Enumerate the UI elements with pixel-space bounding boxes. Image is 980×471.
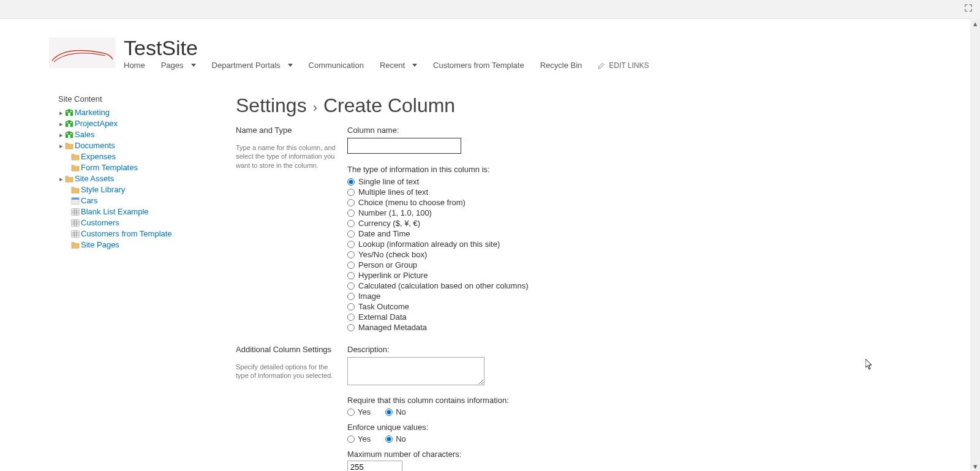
sidebar-item-label[interactable]: Cars (81, 195, 97, 206)
column-type-option[interactable]: Single line of text (347, 176, 727, 187)
nav-item-customers-from-template[interactable]: Customers from Template (433, 61, 524, 70)
sidebar-item-label[interactable]: Marketing (75, 107, 110, 118)
require-no[interactable]: No (385, 407, 406, 416)
column-type-option[interactable]: Person or Group (347, 260, 727, 270)
sidebar-item-style-library[interactable]: Style Library (58, 184, 236, 195)
column-type-option[interactable]: Hyperlink or Picture (347, 270, 727, 281)
sidebar-item-label[interactable]: Site Assets (75, 173, 114, 184)
column-type-option[interactable]: External Data (347, 312, 727, 322)
sidebar-item-customers-from-template[interactable]: Customers from Template (58, 228, 236, 239)
expand-icon[interactable]: ▸ (58, 107, 64, 118)
section-help: Specify detailed options for the type of… (236, 363, 341, 380)
sidebar-item-label[interactable]: Customers (81, 217, 119, 228)
subsite-icon (65, 108, 74, 117)
sidebar-item-site-pages[interactable]: Site Pages (58, 239, 236, 251)
column-type-option[interactable]: Task Outcome (347, 301, 727, 312)
sidebar-item-sales[interactable]: ▸Sales (58, 129, 236, 140)
breadcrumb-root[interactable]: Settings (236, 94, 307, 117)
sidebar-item-label[interactable]: Form Templates (81, 162, 138, 173)
site-logo[interactable] (49, 37, 115, 68)
chevron-right-icon: › (313, 100, 317, 116)
column-type-option[interactable]: Multiple lines of text (347, 187, 727, 197)
vertical-scrollbar[interactable]: ▴ ▾ (970, 18, 980, 471)
column-type-option[interactable]: Currency ($, ¥, €) (347, 218, 727, 228)
require-yes[interactable]: Yes (347, 407, 371, 416)
section-title: Name and Type (236, 126, 341, 135)
column-type-option[interactable]: Lookup (information already on this site… (347, 239, 727, 249)
library-icon (71, 153, 80, 161)
unique-no[interactable]: No (385, 434, 406, 443)
sidebar-item-label[interactable]: Customers from Template (81, 228, 172, 239)
column-name-input[interactable] (347, 138, 461, 154)
scroll-down-icon[interactable]: ▾ (970, 461, 980, 471)
column-type-option[interactable]: Choice (menu to choose from) (347, 197, 727, 208)
table-icon (71, 208, 80, 216)
table-icon (71, 230, 80, 238)
breadcrumb: Settings › Create Column (236, 94, 980, 117)
sidebar-item-label[interactable]: Site Pages (81, 239, 119, 251)
breadcrumb-current: Create Column (323, 94, 455, 117)
list-icon (71, 197, 80, 205)
nav-item-home[interactable]: Home (124, 61, 145, 70)
column-type-option[interactable]: Calculated (calculation based on other c… (347, 281, 727, 291)
nav-item-communication[interactable]: Communication (309, 61, 364, 70)
unique-radio-group: Yes No (347, 434, 727, 443)
library-icon (65, 141, 74, 150)
site-title[interactable]: TestSite (124, 37, 649, 58)
expand-icon[interactable]: ▸ (58, 140, 64, 151)
top-nav: HomePagesDepartment PortalsCommunication… (124, 61, 649, 70)
require-label: Require that this column contains inform… (347, 396, 727, 405)
sidebar-item-cars[interactable]: Cars (58, 195, 236, 206)
left-nav: Site Content ▸Marketing▸ProjectApex▸Sale… (58, 94, 236, 471)
scroll-up-icon[interactable]: ▴ (970, 18, 980, 28)
chevron-down-icon[interactable] (288, 64, 293, 67)
sidebar-item-marketing[interactable]: ▸Marketing (58, 107, 236, 118)
sidebar-item-documents[interactable]: ▸Documents (58, 140, 236, 151)
description-textarea[interactable] (347, 357, 484, 385)
sidebar-item-label[interactable]: Sales (75, 129, 95, 140)
table-icon (71, 219, 80, 227)
section-help: Type a name for this column, and select … (236, 143, 341, 170)
library-icon (65, 175, 74, 183)
expand-icon[interactable]: ▸ (58, 129, 64, 140)
subsite-icon (65, 119, 74, 128)
sidebar-item-label[interactable]: ProjectApex (75, 118, 118, 129)
sidebar-item-label[interactable]: Documents (75, 140, 115, 151)
column-name-label: Column name: (347, 126, 727, 135)
expand-icon[interactable]: ▸ (58, 173, 64, 184)
require-radio-group: Yes No (347, 407, 727, 416)
chevron-down-icon[interactable] (412, 64, 417, 67)
edit-links-button[interactable]: EDIT LINKS (598, 61, 649, 70)
nav-item-recycle-bin[interactable]: Recycle Bin (540, 61, 582, 70)
sidebar-item-form-templates[interactable]: Form Templates (58, 162, 236, 173)
sidebar-item-expenses[interactable]: Expenses (58, 151, 236, 162)
sidebar-item-customers[interactable]: Customers (58, 217, 236, 228)
library-icon (71, 186, 80, 194)
type-heading: The type of information in this column i… (347, 165, 727, 174)
section-title: Additional Column Settings (236, 345, 341, 354)
subsite-icon (65, 130, 74, 139)
sidebar-item-label[interactable]: Blank List Example (81, 206, 149, 217)
sidebar-item-label[interactable]: Style Library (81, 184, 125, 195)
max-chars-input[interactable] (347, 461, 402, 471)
fullscreen-icon[interactable] (964, 4, 973, 12)
column-type-option[interactable]: Date and Time (347, 228, 727, 239)
sidebar-item-projectapex[interactable]: ▸ProjectApex (58, 118, 236, 129)
chevron-down-icon[interactable] (191, 64, 196, 67)
column-type-option[interactable]: Image (347, 291, 727, 301)
sidebar-item-site-assets[interactable]: ▸Site Assets (58, 173, 236, 184)
nav-item-recent[interactable]: Recent (380, 61, 417, 70)
sidebar-item-blank-list-example[interactable]: Blank List Example (58, 206, 236, 217)
expand-icon[interactable]: ▸ (58, 118, 64, 129)
column-type-option[interactable]: Number (1, 1.0, 100) (347, 208, 727, 218)
nav-item-department-portals[interactable]: Department Portals (212, 61, 293, 70)
sidebar-item-label[interactable]: Expenses (81, 151, 116, 162)
site-header: TestSite HomePagesDepartment PortalsComm… (0, 37, 980, 76)
main-content: Settings › Create Column Name and Type T… (236, 94, 980, 471)
column-type-option[interactable]: Managed Metadata (347, 322, 727, 333)
description-label: Description: (347, 345, 727, 354)
nav-item-pages[interactable]: Pages (161, 61, 196, 70)
unique-yes[interactable]: Yes (347, 434, 371, 443)
column-type-option[interactable]: Yes/No (check box) (347, 249, 727, 260)
section-name-type: Name and Type Type a name for this colum… (236, 126, 980, 333)
